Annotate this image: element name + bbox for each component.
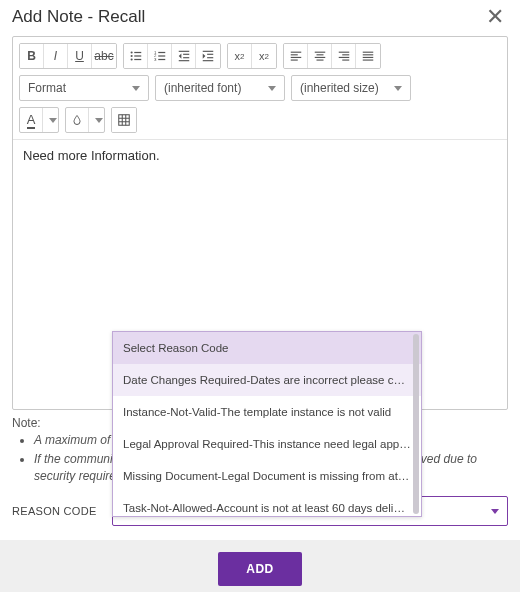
align-group (283, 43, 381, 69)
svg-rect-25 (290, 60, 297, 61)
size-select-label: (inherited size) (300, 81, 379, 95)
superscript-button[interactable]: x2 (252, 44, 276, 68)
bold-button[interactable]: B (20, 44, 44, 68)
align-right-button[interactable] (332, 44, 356, 68)
chevron-down-icon (95, 118, 103, 123)
svg-rect-11 (158, 59, 165, 60)
close-icon[interactable]: ✕ (482, 6, 508, 28)
svg-rect-29 (316, 60, 323, 61)
indent-button[interactable] (196, 44, 220, 68)
scrollbar[interactable] (413, 334, 419, 514)
align-left-button[interactable] (284, 44, 308, 68)
text-style-group: B I U abc (19, 43, 117, 69)
svg-rect-31 (342, 54, 349, 55)
svg-rect-15 (183, 57, 189, 58)
reason-code-dropdown: Select Reason Code Date Changes Required… (112, 331, 422, 517)
list-indent-group: 123 (123, 43, 221, 69)
dropdown-option[interactable]: Task-Not-Allowed-Account is not at least… (113, 492, 421, 516)
reason-code-label: REASON CODE (12, 505, 112, 517)
strikethrough-button[interactable]: abc (92, 44, 116, 68)
modal-title: Add Note - Recall (12, 7, 145, 27)
svg-rect-28 (314, 57, 325, 58)
modal-header: Add Note - Recall ✕ (0, 0, 520, 32)
chevron-down-icon (49, 118, 57, 123)
svg-marker-13 (178, 53, 181, 58)
svg-rect-1 (134, 52, 141, 53)
chevron-down-icon (394, 86, 402, 91)
dropdown-option[interactable]: Select Reason Code (113, 332, 421, 364)
svg-rect-38 (119, 115, 130, 126)
svg-rect-34 (363, 52, 374, 53)
svg-rect-30 (338, 52, 349, 53)
svg-marker-18 (203, 53, 206, 58)
dropdown-option[interactable]: Date Changes Required-Dates are incorrec… (113, 364, 421, 396)
modal-add-note: Add Note - Recall ✕ B I U abc 123 (0, 0, 520, 592)
svg-rect-27 (316, 54, 323, 55)
svg-rect-35 (363, 54, 374, 55)
svg-rect-12 (178, 51, 189, 52)
size-select[interactable]: (inherited size) (291, 75, 411, 101)
svg-rect-33 (342, 60, 349, 61)
svg-rect-22 (290, 52, 301, 53)
format-select[interactable]: Format (19, 75, 149, 101)
align-center-button[interactable] (308, 44, 332, 68)
dropdown-option[interactable]: Missing Document-Legal Document is missi… (113, 460, 421, 492)
svg-rect-36 (363, 57, 374, 58)
svg-rect-20 (207, 57, 213, 58)
toolbar-row-3: A (13, 107, 507, 139)
italic-button[interactable]: I (44, 44, 68, 68)
insert-table-button[interactable] (112, 108, 136, 132)
script-group: x2 x2 (227, 43, 277, 69)
chevron-down-icon (491, 509, 499, 514)
toolbar-row-1: B I U abc 123 x2 (13, 37, 507, 75)
chevron-down-icon (268, 86, 276, 91)
modal-footer: ADD (0, 540, 520, 592)
svg-text:3: 3 (153, 57, 156, 62)
svg-point-2 (130, 55, 132, 57)
svg-rect-5 (134, 59, 141, 60)
highlight-color-button[interactable] (65, 107, 105, 133)
font-select[interactable]: (inherited font) (155, 75, 285, 101)
add-button[interactable]: ADD (218, 552, 302, 586)
table-group (111, 107, 137, 133)
svg-rect-3 (134, 55, 141, 56)
bullet-list-button[interactable] (124, 44, 148, 68)
format-select-label: Format (28, 81, 66, 95)
svg-rect-17 (203, 51, 214, 52)
toolbar-row-2: Format (inherited font) (inherited size) (13, 75, 507, 107)
underline-button[interactable]: U (68, 44, 92, 68)
svg-rect-26 (314, 52, 325, 53)
svg-point-4 (130, 58, 132, 60)
svg-rect-19 (207, 54, 213, 55)
text-color-icon: A (20, 112, 42, 129)
svg-rect-14 (183, 54, 189, 55)
drop-icon (66, 114, 88, 126)
dropdown-option[interactable]: Legal Approval Required-This instance ne… (113, 428, 421, 460)
svg-rect-16 (178, 60, 189, 61)
svg-rect-7 (158, 52, 165, 53)
svg-rect-9 (158, 55, 165, 56)
outdent-button[interactable] (172, 44, 196, 68)
svg-rect-32 (338, 57, 349, 58)
ordered-list-button[interactable]: 123 (148, 44, 172, 68)
text-color-button[interactable]: A (19, 107, 59, 133)
align-justify-button[interactable] (356, 44, 380, 68)
svg-rect-21 (203, 60, 214, 61)
svg-rect-37 (363, 60, 374, 61)
subscript-button[interactable]: x2 (228, 44, 252, 68)
font-select-label: (inherited font) (164, 81, 241, 95)
dropdown-option[interactable]: Instance-Not-Valid-The template instance… (113, 396, 421, 428)
svg-rect-23 (290, 54, 297, 55)
svg-point-0 (130, 51, 132, 53)
svg-rect-24 (290, 57, 301, 58)
chevron-down-icon (132, 86, 140, 91)
